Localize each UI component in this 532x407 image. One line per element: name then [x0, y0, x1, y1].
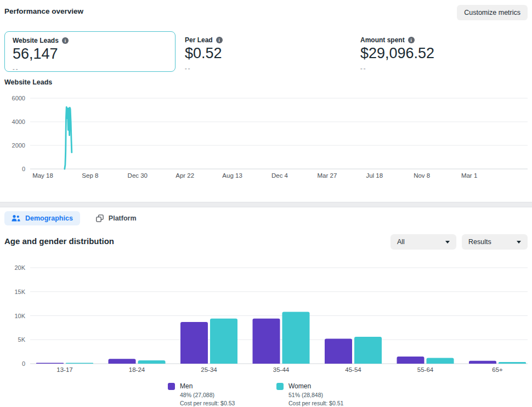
metric-value: $0.52	[185, 45, 307, 62]
tab-label: Demographics	[25, 214, 73, 222]
metric-label-row: Per Lead i	[185, 36, 307, 44]
svg-text:6000: 6000	[12, 95, 25, 101]
svg-text:Jul 18: Jul 18	[366, 172, 383, 179]
page-title: Performance overview	[4, 5, 83, 15]
demographics-section: Demographics Platform Age and gender dis…	[0, 207, 532, 407]
svg-text:15K: 15K	[14, 289, 25, 295]
metric-label-row: Amount spent i	[360, 36, 482, 44]
legend-series-name: Men	[180, 382, 235, 390]
svg-text:Nov 8: Nov 8	[414, 172, 430, 179]
metric-comparison: --	[185, 65, 307, 71]
metric-value: 56,147	[13, 46, 167, 63]
chevron-down-icon	[517, 241, 521, 244]
legend-series-cost: Cost per result: $0.51	[288, 400, 343, 406]
metric-label-row: Website Leads i	[13, 37, 167, 44]
legend-series-cost: Cost per result: $0.53	[180, 400, 235, 406]
svg-text:65+: 65+	[492, 366, 503, 373]
legend-item-women: Women 51% (28,848) Cost per result: $0.5…	[276, 382, 364, 406]
svg-text:Dec 30: Dec 30	[128, 172, 148, 179]
svg-text:10K: 10K	[14, 313, 25, 319]
svg-text:May 18: May 18	[32, 172, 53, 179]
svg-text:5K: 5K	[18, 336, 26, 343]
customize-metrics-button[interactable]: Customize metrics	[457, 5, 528, 20]
metric-value: $29,096.52	[360, 45, 482, 62]
chevron-down-icon	[445, 241, 450, 244]
metric-label: Website Leads	[13, 37, 59, 44]
chart-filters: All Results	[390, 234, 528, 250]
website-leads-line-chart: 0200040006000May 18Sep 8Dec 30Apr 22Aug …	[0, 88, 532, 189]
svg-text:Aug 13: Aug 13	[222, 172, 242, 179]
svg-text:20K: 20K	[14, 264, 25, 271]
svg-text:45-54: 45-54	[345, 366, 361, 373]
svg-text:2000: 2000	[12, 142, 25, 149]
metric-comparison: --	[360, 65, 482, 71]
legend-series-name: Women	[288, 382, 343, 390]
metric-label: Per Lead	[185, 36, 213, 44]
chart-legend: Men 48% (27,088) Cost per result: $0.53 …	[0, 382, 532, 406]
svg-text:55-64: 55-64	[417, 366, 434, 373]
info-icon[interactable]: i	[408, 37, 415, 43]
legend-item-men: Men 48% (27,088) Cost per result: $0.53	[168, 382, 256, 406]
info-icon[interactable]: i	[216, 37, 223, 43]
svg-text:18-24: 18-24	[129, 366, 145, 373]
bar-chart-heading: Age and gender distribution	[4, 236, 114, 246]
svg-text:4000: 4000	[12, 118, 25, 125]
breakdown-tabs: Demographics Platform	[4, 211, 144, 225]
performance-overview-page: Performance overview Customize metrics W…	[0, 0, 532, 407]
tab-platform[interactable]: Platform	[89, 211, 144, 225]
svg-text:35-44: 35-44	[273, 366, 290, 373]
svg-text:0: 0	[22, 360, 25, 367]
tab-label: Platform	[109, 214, 137, 222]
men-color-swatch	[168, 383, 175, 390]
section-divider	[0, 202, 532, 207]
line-chart-title: Website Leads	[4, 78, 52, 86]
svg-text:Apr 22: Apr 22	[176, 172, 194, 179]
legend-text-block: Men 48% (27,088) Cost per result: $0.53	[180, 382, 235, 406]
people-icon	[12, 214, 20, 222]
age-gender-bar-chart: 05K10K15K20K13-1718-2425-3435-4445-5455-…	[0, 258, 532, 377]
breakdown-select-value: All	[397, 238, 405, 246]
legend-series-share: 48% (27,088)	[180, 392, 235, 398]
section-header: Performance overview Customize metrics	[4, 5, 528, 20]
svg-text:13-17: 13-17	[56, 366, 72, 373]
svg-text:25-34: 25-34	[201, 366, 217, 373]
metric-comparison: --	[13, 65, 167, 72]
women-color-swatch	[276, 383, 284, 390]
svg-text:Dec 4: Dec 4	[271, 172, 288, 179]
breakdown-select[interactable]: All	[390, 234, 456, 250]
svg-text:Mar 1: Mar 1	[461, 172, 477, 179]
metric-label: Amount spent	[360, 36, 405, 44]
metric-card-amount-spent[interactable]: Amount spent i $29,096.52 --	[353, 31, 490, 72]
legend-text-block: Women 51% (28,848) Cost per result: $0.5…	[288, 382, 343, 406]
metric-select[interactable]: Results	[462, 234, 528, 250]
info-icon[interactable]: i	[62, 37, 69, 44]
metric-card-per-lead[interactable]: Per Lead i $0.52 --	[177, 31, 314, 72]
svg-text:Sep 8: Sep 8	[82, 172, 98, 179]
metric-select-value: Results	[468, 238, 491, 246]
legend-series-share: 51% (28,848)	[288, 392, 343, 398]
overlap-squares-icon	[96, 214, 104, 222]
svg-text:Mar 27: Mar 27	[318, 172, 337, 179]
svg-text:0: 0	[22, 166, 25, 172]
performance-overview-section: Performance overview Customize metrics W…	[0, 0, 532, 202]
metric-card-website-leads[interactable]: Website Leads i 56,147 --	[4, 31, 176, 72]
tab-demographics[interactable]: Demographics	[4, 211, 80, 225]
